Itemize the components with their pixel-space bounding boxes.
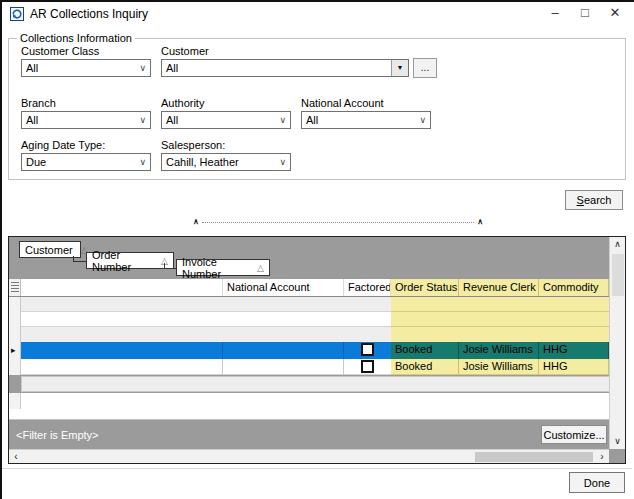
done-button[interactable]: Done [569,472,625,493]
factored-checkbox[interactable] [361,360,374,373]
column-header-blank[interactable] [21,279,223,296]
scroll-left-icon[interactable]: ‹ [9,450,23,463]
cell-order-status[interactable]: Booked [391,359,459,375]
empty-row-band [21,297,391,312]
customer-browse-button[interactable]: ... [413,58,437,78]
grid-empty-row [9,327,609,342]
customer-class-value: All [26,62,38,74]
empty-row-highlight-band [391,297,609,312]
group-title: Collections Information [17,32,135,44]
close-button[interactable]: ✕ [600,4,630,22]
empty-row-band [21,393,609,409]
factored-checkbox[interactable] [361,343,374,356]
column-header-revenue-clerk[interactable]: Revenue Clerk [459,279,539,296]
filter-status-text: <Filter is Empty> [16,429,99,441]
column-header-row: National Account Factored Order Status R… [9,279,609,297]
scroll-up-icon[interactable]: ∧ [610,237,625,252]
row-selector-cell [9,312,21,327]
group-by-order-number[interactable]: Order Number △ [86,252,174,269]
row-selector-header[interactable] [9,279,21,296]
aging-date-type-label: Aging Date Type: [21,139,105,151]
search-button[interactable]: Search [565,190,623,210]
cell-national-account[interactable] [223,342,344,359]
splitter-dots[interactable] [202,222,474,223]
vertical-scrollbar[interactable]: ∧ ∨ [609,237,625,449]
customize-button[interactable]: Customize... [541,425,607,444]
dropdown-arrow-icon[interactable]: ▼ [391,60,408,76]
search-button-label: Search [577,194,612,206]
cell-order-status[interactable]: Booked [391,342,459,359]
cell-factored[interactable] [344,342,391,359]
customer-class-select[interactable]: All ∨ [21,59,151,77]
branch-select[interactable]: All ∨ [21,111,151,129]
current-row-arrow-icon: ▸ [11,344,16,356]
splitter-handle[interactable]: ∧ ∧ [193,217,483,227]
chevron-down-icon: ∨ [419,113,426,128]
sort-ascending-icon: △ [257,263,264,273]
maximize-button[interactable]: □ [570,4,600,22]
row-selector-cell[interactable] [9,359,21,375]
cell-customer[interactable] [21,342,223,359]
column-header-commodity[interactable]: Commodity [539,279,609,296]
cell-commodity[interactable]: HHG [539,359,609,375]
aging-date-type-value: Due [26,156,46,168]
national-account-value: All [306,114,318,126]
minimize-button[interactable]: – [540,4,570,22]
horizontal-scrollbar-thumb[interactable] [475,452,593,462]
group-by-connector [73,256,86,262]
cell-customer[interactable] [21,359,223,375]
scroll-down-icon[interactable]: ∨ [610,434,625,449]
cell-national-account[interactable] [223,359,344,375]
branch-label: Branch [21,97,56,109]
row-indicator-icon [11,282,19,293]
cell-revenue-clerk[interactable]: Josie Williams [459,342,539,359]
empty-row-band [21,327,391,342]
empty-row-band [9,409,609,419]
grid-empty-row [9,297,609,312]
column-header-national-account[interactable]: National Account [223,279,344,296]
results-grid: Customer △ Order Number △ Invoice Number… [8,236,626,464]
column-header-order-status[interactable]: Order Status [391,279,459,296]
branch-value: All [26,114,38,126]
group-by-invoice-number-label: Invoice Number [182,256,249,280]
window-title: AR Collections Inquiry [30,7,148,21]
grid-data-row[interactable]: Booked Josie Williams HHG [9,359,609,375]
column-header-factored[interactable]: Factored [344,279,391,296]
chevron-down-icon: ∨ [139,113,146,128]
grid-empty-row [9,409,609,419]
group-by-customer[interactable]: Customer △ [19,241,81,258]
customer-select[interactable]: All ▼ [161,59,409,77]
authority-select[interactable]: All ∨ [161,111,291,129]
authority-value: All [166,114,178,126]
collapse-up-icon[interactable]: ∧ [477,218,483,226]
ar-collections-inquiry-window: AR Collections Inquiry – □ ✕ Collections… [0,0,634,499]
authority-label: Authority [161,97,204,109]
collapse-up-icon[interactable]: ∧ [193,218,199,226]
customer-class-label: Customer Class [21,45,99,57]
vertical-scrollbar-thumb[interactable] [612,254,624,296]
salesperson-value: Cahill, Heather [166,156,239,168]
app-icon [10,7,24,21]
title-bar: AR Collections Inquiry – □ ✕ [2,2,632,26]
aging-date-type-select[interactable]: Due ∨ [21,153,151,171]
national-account-select[interactable]: All ∨ [301,111,431,129]
salesperson-select[interactable]: Cahill, Heather ∨ [161,153,291,171]
empty-row-band [21,312,391,327]
chevron-down-icon: ∨ [139,61,146,76]
group-by-order-number-label: Order Number [92,249,153,273]
cell-revenue-clerk[interactable]: Josie Williams [459,359,539,375]
horizontal-scrollbar[interactable]: ‹ › [9,449,609,463]
group-by-invoice-number[interactable]: Invoice Number △ [176,259,270,276]
grid-data-row-selected[interactable]: ▸ Booked Josie Williams HHG [9,342,609,359]
empty-row-highlight-band [391,312,609,327]
cell-commodity[interactable]: HHG [539,342,609,359]
customer-label: Customer [161,45,209,57]
scroll-right-icon[interactable]: › [595,450,609,463]
row-selector-cell [9,393,21,409]
row-selector-cell [9,297,21,312]
customer-value: All [166,62,178,74]
grid-empty-row [9,312,609,327]
cell-factored[interactable] [344,359,391,375]
salesperson-label: Salesperson: [161,139,225,151]
row-selector-cell[interactable]: ▸ [9,342,21,359]
